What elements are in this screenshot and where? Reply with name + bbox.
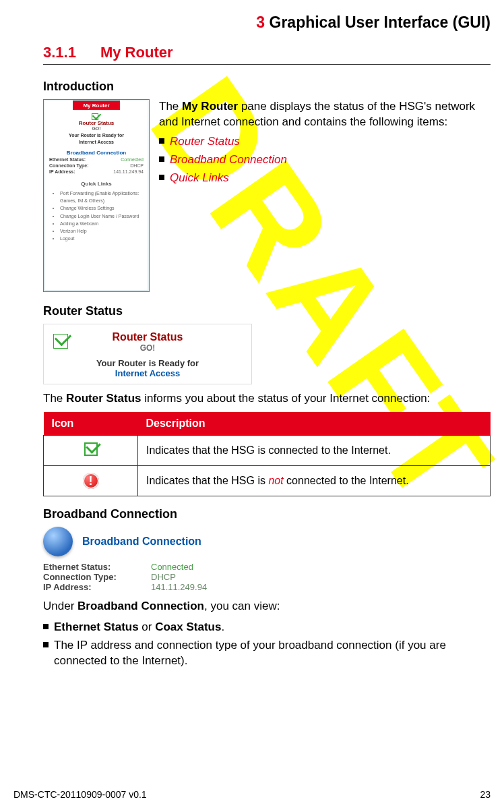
- bc-info-row: IP Address:141.11.249.94: [43, 582, 491, 592]
- section-title: 3.1.1My Router: [43, 44, 491, 65]
- panel-ql-item: Verizon Help: [60, 227, 142, 235]
- bc-info-row: Connection Type:DHCP: [43, 572, 491, 582]
- broadband-heading: Broadband Connection: [43, 507, 491, 521]
- router-status-para: The Router Status informs you about the …: [43, 391, 491, 407]
- chapter-number: 3: [256, 13, 265, 31]
- bc-l1: Connection Type:: [43, 572, 151, 582]
- panel-bc-v0: Connected: [121, 157, 144, 162]
- intro-lead: The: [159, 100, 182, 113]
- link-quick-links[interactable]: Quick Links: [170, 171, 229, 186]
- rs-box-go: GO!: [49, 343, 246, 353]
- panel-go-label: GO!: [49, 126, 144, 131]
- list-item: Ethernet Status or Coax Status.: [43, 620, 491, 635]
- broadband-para: Under Broadband Connection, you can view…: [43, 599, 491, 614]
- row2-tail: connected to the Internet.: [284, 475, 409, 486]
- b1b: or: [139, 620, 156, 633]
- link-broadband-connection[interactable]: Broadband Connection: [170, 152, 287, 168]
- panel-bc-l1: Connection Type:: [49, 163, 89, 168]
- check-icon: [92, 113, 98, 120]
- panel-tab: My Router: [73, 100, 120, 110]
- bc-l0: Ethernet Status:: [43, 562, 151, 572]
- panel-ql-item: Logout: [60, 235, 142, 242]
- row2-lead: Indicates that the HSG is: [146, 475, 268, 486]
- row1-desc: Indicates that the HSG is connected to t…: [138, 435, 491, 465]
- rs-para-lead: The: [43, 392, 66, 405]
- intro-bold: My Router: [182, 100, 238, 113]
- rs-box-ready2: Internet Access: [49, 368, 246, 378]
- b1a: Ethernet Status: [54, 620, 139, 633]
- doc-id: DMS-CTC-20110909-0007 v0.1: [13, 789, 147, 800]
- th-icon: Icon: [44, 412, 138, 436]
- broadband-box-title: Broadband Connection: [82, 535, 201, 548]
- bc-para-lead: Under: [43, 600, 77, 612]
- panel-bc-v2: 141.11.249.94: [113, 169, 144, 174]
- panel-bc-l2: IP Address:: [49, 169, 75, 174]
- rs-para-tail: informs you about the status of your Int…: [141, 392, 431, 405]
- row2-em: not: [268, 475, 283, 486]
- panel-bc-l0: Ethernet Status:: [49, 157, 86, 162]
- rs-para-bold: Router Status: [66, 392, 141, 405]
- bc-v2: 141.11.249.94: [151, 582, 207, 592]
- bc-info-row: Ethernet Status:Connected: [43, 562, 491, 572]
- bc-v0: Connected: [151, 562, 193, 572]
- broadband-info: Ethernet Status:Connected Connection Typ…: [43, 562, 491, 592]
- bc-v1: DHCP: [151, 572, 176, 582]
- page-number: 23: [480, 789, 491, 800]
- panel-ready-line2: Internet Access: [49, 140, 144, 144]
- panel-router-status-title: Router Status: [49, 120, 144, 126]
- globe-icon: [43, 527, 73, 556]
- list-item: The IP address and connection type of yo…: [43, 638, 491, 669]
- panel-ql-item: Change Wireless Settings: [60, 204, 142, 212]
- bullet-icon: [159, 156, 164, 162]
- intro-text: The My Router pane displays the status o…: [159, 99, 491, 292]
- router-status-heading: Router Status: [43, 304, 491, 318]
- router-status-table: Icon Description Indicates that the HSG …: [43, 412, 491, 496]
- chapter-header: 3 Graphical User Interface (GUI): [43, 13, 491, 32]
- bullet-icon: [43, 624, 49, 629]
- panel-ql-title: Quick Links: [51, 181, 142, 187]
- panel-ql-list: Port Forwarding (Enable Applications: Ga…: [51, 190, 142, 242]
- panel-bc-v1: DHCP: [130, 163, 144, 168]
- bc-l2: IP Address:: [43, 582, 151, 592]
- bullet-icon: [159, 175, 164, 180]
- b2: The IP address and connection type of yo…: [54, 638, 491, 669]
- bc-para-tail: , you can view:: [204, 600, 280, 612]
- section-name: My Router: [100, 44, 173, 61]
- b1d: .: [221, 620, 224, 633]
- intro-heading: Introduction: [43, 80, 491, 94]
- b1c: Coax Status: [155, 620, 221, 633]
- broadband-bullets: Ethernet Status or Coax Status. The IP a…: [43, 620, 491, 669]
- panel-bc-title: Broadband Connection: [49, 150, 144, 156]
- my-router-pane-thumbnail: My Router Router Status GO! Your Router …: [43, 99, 150, 292]
- router-status-box: Router Status GO! Your Router is Ready f…: [43, 324, 252, 384]
- panel-ql-item: Port Forwarding (Enable Applications: Ga…: [60, 190, 142, 204]
- th-description: Description: [138, 412, 491, 436]
- broadband-box-header: Broadband Connection: [43, 527, 491, 556]
- table-row: ! Indicates that the HSG is not connecte…: [44, 465, 491, 496]
- panel-ql-item: Change Login User Name / Password: [60, 212, 142, 220]
- bc-para-bold: Broadband Connection: [77, 600, 204, 612]
- rs-box-ready1: Your Router is Ready for: [49, 358, 246, 368]
- check-icon: [84, 442, 98, 456]
- panel-ql-item: Adding a Webcam: [60, 220, 142, 227]
- panel-ready-line1: Your Router is Ready for: [49, 133, 144, 138]
- section-number: 3.1.1: [43, 44, 76, 61]
- alert-icon: !: [83, 473, 99, 489]
- check-icon: [53, 334, 68, 349]
- chapter-title: Graphical User Interface (GUI): [270, 13, 491, 31]
- row2-desc: Indicates that the HSG is not connected …: [138, 465, 491, 496]
- bullet-icon: [43, 642, 49, 647]
- intro-bullet-list: Router Status Broadband Connection Quick…: [159, 134, 491, 186]
- bullet-icon: [159, 138, 164, 144]
- page-footer: DMS-CTC-20110909-0007 v0.1 23: [13, 789, 491, 800]
- rs-box-title: Router Status: [49, 331, 246, 343]
- link-router-status[interactable]: Router Status: [170, 134, 240, 150]
- table-row: Indicates that the HSG is connected to t…: [44, 435, 491, 465]
